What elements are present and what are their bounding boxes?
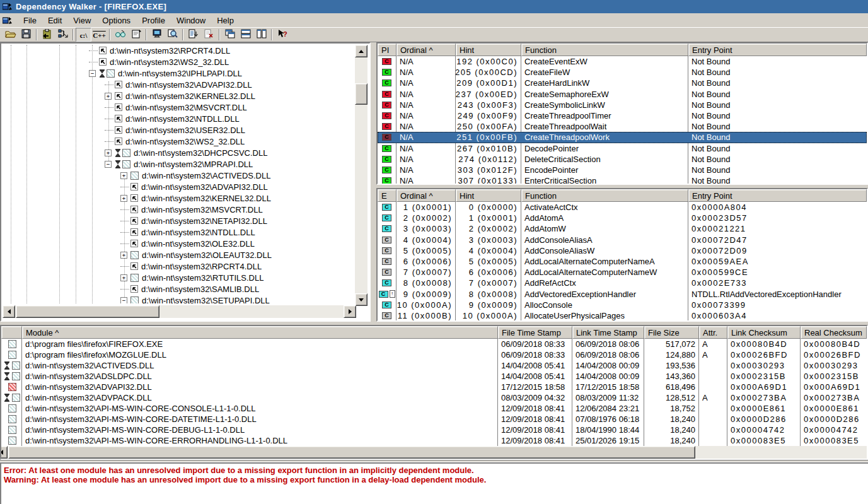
import-row[interactable]: CN/A267 (0x010B)DecodePointerNot Bound xyxy=(378,143,867,154)
column-header-ordinal-[interactable]: Ordinal ^ xyxy=(396,44,456,56)
module-row[interactable]: d:\win-nt\system32\API-MS-WIN-CORE-DATET… xyxy=(1,414,867,425)
menu-profile[interactable]: Profile xyxy=(136,15,171,26)
tree-item[interactable]: −d:\win-nt\system32\SETUPAPI.DLL xyxy=(3,295,354,303)
title-bar[interactable]: Dependency Walker - [FIREFOX.EXE] xyxy=(0,0,868,14)
tree-expander-expand[interactable]: + xyxy=(105,149,112,156)
tile-horizontal-button[interactable] xyxy=(238,28,253,42)
tree-scroll-right-button[interactable] xyxy=(344,305,356,318)
module-row[interactable]: d:\win-nt\system32\ADSLDPC.DLL14/04/2008… xyxy=(1,371,867,382)
column-header-file-time-stamp[interactable]: File Time Stamp xyxy=(498,326,572,339)
tree-item[interactable]: +d:\win-nt\system32\ACTIVEDS.DLL xyxy=(3,170,354,181)
auto-expand-button[interactable] xyxy=(55,28,71,42)
system-info-button[interactable] xyxy=(149,28,165,42)
module-scroll-left-button[interactable] xyxy=(0,446,8,459)
tree-expander-collapse[interactable]: − xyxy=(120,297,127,304)
tree-expander-expand[interactable]: + xyxy=(105,93,112,100)
tree-item[interactable]: d:\win-nt\system32\ADVAPI32.DLL xyxy=(3,79,354,90)
menu-help[interactable]: Help xyxy=(211,15,240,26)
export-row[interactable]: C7 (0x0007)6 (0x0006)AddLocalAlternateCo… xyxy=(378,267,867,278)
import-row[interactable]: CN/A237 (0x00ED)CreateSemaphoreExWNot Bo… xyxy=(378,89,867,100)
save-button[interactable] xyxy=(18,28,34,42)
properties-button[interactable] xyxy=(128,28,144,42)
module-row[interactable]: d:\win-nt\system32\ACTIVEDS.DLL14/04/200… xyxy=(1,360,867,371)
import-row[interactable]: CN/A205 (0x00CD)CreateFileWNot Bound xyxy=(378,67,867,78)
module-horizontal-scrollbar[interactable] xyxy=(1,446,867,459)
import-row[interactable]: CN/A250 (0x00FA)CreateThreadpoolWaitNot … xyxy=(378,121,867,132)
export-row[interactable]: C11 (0x000B)10 (0x000A)AllocateUserPhysi… xyxy=(378,310,867,321)
module-row[interactable]: d:\program files\firefox\MOZGLUE.DLL06/0… xyxy=(1,349,867,360)
copy-button[interactable] xyxy=(39,28,55,42)
tree-scroll-up-button[interactable] xyxy=(355,45,367,57)
import-row[interactable]: CN/A209 (0x00D1)CreateHardLinkWNot Bound xyxy=(378,78,867,88)
tree-expander-expand[interactable]: + xyxy=(120,172,127,179)
import-row[interactable]: CN/A192 (0x00C0)CreateEventExWNot Bound xyxy=(378,56,867,67)
column-header-function[interactable]: Function xyxy=(521,44,688,56)
export-row[interactable]: C2 (0x0002)1 (0x0001)AddAtomA0x00023D57 xyxy=(378,213,867,223)
column-header-attr-[interactable]: Attr. xyxy=(699,326,727,339)
tree-item[interactable]: +d:\win-nt\system32\OLEAUT32.DLL xyxy=(3,249,354,261)
import-row[interactable]: CN/A249 (0x00F9)CreateThreadpoolTimerNot… xyxy=(378,110,867,121)
column-header-link-checksum[interactable]: Link Checksum xyxy=(727,326,801,339)
export-row[interactable]: C10 (0x000A)9 (0x0009)AllocConsole0x0007… xyxy=(378,300,867,310)
column-header-pi[interactable]: PI xyxy=(378,44,396,56)
tree-item[interactable]: d:\win-nt\system32\RPCRT4.DLL xyxy=(3,45,354,56)
expand-all-button[interactable] xyxy=(185,28,201,42)
column-header-icon[interactable] xyxy=(1,326,22,339)
tree-vertical-scroll-thumb[interactable] xyxy=(355,83,367,105)
tree-expander-collapse[interactable]: − xyxy=(89,70,96,77)
module-row[interactable]: d:\win-nt\system32\ADVAPI32.DLL17/12/201… xyxy=(1,382,867,392)
tree-item[interactable]: −d:\win-nt\system32\IPHLPAPI.DLL xyxy=(3,67,354,79)
export-row[interactable]: C3 (0x0003)2 (0x0002)AddAtomW0x00021221 xyxy=(378,223,867,234)
module-row[interactable]: d:\program files\firefox\FIREFOX.EXE06/0… xyxy=(1,339,867,349)
external-viewer-button[interactable] xyxy=(112,28,128,42)
import-row[interactable]: CN/A274 (0x0112)DeleteCriticalSectionNot… xyxy=(378,154,867,165)
tree-item[interactable]: d:\win-nt\system32\NETAPI32.DLL xyxy=(3,215,354,226)
tree-scroll-left-button[interactable] xyxy=(3,305,15,318)
column-header-file-size[interactable]: File Size xyxy=(644,326,699,339)
tree-expander-collapse[interactable]: − xyxy=(105,161,112,168)
tree-item[interactable]: d:\win-nt\system32\OLE32.DLL xyxy=(3,238,354,249)
tree-item[interactable]: d:\win-nt\system32\NTDLL.DLL xyxy=(3,113,354,124)
tree-item[interactable]: d:\win-nt\system32\WS2_32.DLL xyxy=(3,136,354,147)
export-row[interactable]: C8 (0x0008)7 (0x0007)AddRefActCtx0x0002E… xyxy=(378,278,867,288)
column-header-function[interactable]: Function xyxy=(521,189,688,202)
column-header-link-time-stamp[interactable]: Link Time Stamp xyxy=(572,326,644,339)
tree-expander-expand[interactable]: + xyxy=(120,195,127,202)
import-row[interactable]: CN/A307 (0x0133)EnterCriticalSectionNot … xyxy=(378,175,867,185)
menu-edit[interactable]: Edit xyxy=(42,15,67,26)
column-header-module-[interactable]: Module ^ xyxy=(22,326,498,339)
cascade-windows-button[interactable] xyxy=(222,28,238,42)
tree-item[interactable]: d:\win-nt\system32\RPCRT4.DLL xyxy=(3,261,354,272)
tree-item[interactable]: +d:\win-nt\system32\RTUTILS.DLL xyxy=(3,272,354,283)
column-header-ordinal-[interactable]: Ordinal ^ xyxy=(396,189,456,202)
tree-scroll-down-button[interactable] xyxy=(355,293,367,306)
export-row[interactable]: C↑9 (0x0009)8 (0x0008)AddVectoredExcepti… xyxy=(378,289,867,300)
refresh-button[interactable] xyxy=(201,28,217,42)
open-button[interactable] xyxy=(3,28,18,42)
tree-item[interactable]: d:\win-nt\system32\USER32.DLL xyxy=(3,124,354,136)
column-header-hint[interactable]: Hint xyxy=(456,189,521,202)
import-row[interactable]: CN/A303 (0x012F)EncodePointerNot Bound xyxy=(378,165,867,175)
mdi-child-icon[interactable] xyxy=(3,16,13,25)
tree-item[interactable]: +d:\win-nt\system32\KERNEL32.DLL xyxy=(3,192,354,204)
view-full-paths-button[interactable]: c:\ xyxy=(76,28,91,42)
menu-window[interactable]: Window xyxy=(171,15,211,26)
undecorate-cpp-button[interactable]: C++ xyxy=(91,28,107,42)
vertical-splitter[interactable] xyxy=(371,42,376,322)
search-button[interactable] xyxy=(165,28,180,42)
import-row[interactable]: CN/A243 (0x00F3)CreateSymbolicLinkWNot B… xyxy=(378,100,867,110)
menu-file[interactable]: File xyxy=(18,15,42,26)
module-row[interactable]: d:\win-nt\system32\API-MS-WIN-CORE-CONSO… xyxy=(1,403,867,414)
column-header-e[interactable]: E xyxy=(378,189,396,202)
import-row[interactable]: CN/A251 (0x00FB)CreateThreadpoolWorkNot … xyxy=(378,132,867,143)
column-header-entry-point[interactable]: Entry Point xyxy=(688,189,867,202)
tile-vertical-button[interactable] xyxy=(253,28,269,42)
column-header-entry-point[interactable]: Entry Point xyxy=(688,44,867,56)
export-row[interactable]: C6 (0x0006)5 (0x0005)AddLocalAlternateCo… xyxy=(378,256,867,267)
menu-view[interactable]: View xyxy=(67,15,96,26)
export-row[interactable]: C5 (0x0005)4 (0x0004)AddConsoleAliasW0x0… xyxy=(378,245,867,256)
tree-expander-expand[interactable]: + xyxy=(120,274,127,281)
tree-item[interactable]: d:\win-nt\system32\ADVAPI32.DLL xyxy=(3,181,354,192)
tree-item[interactable]: d:\win-nt\system32\MSVCRT.DLL xyxy=(3,102,354,113)
column-header-hint[interactable]: Hint xyxy=(456,44,521,56)
